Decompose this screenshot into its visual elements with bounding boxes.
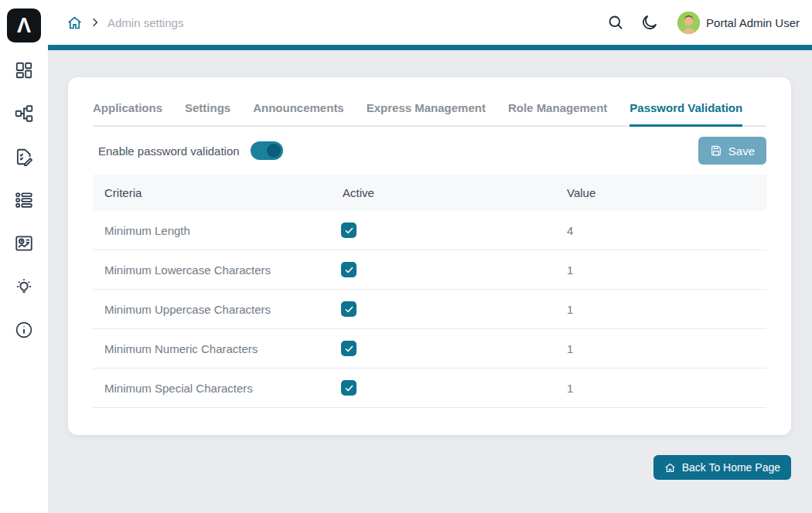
check-icon xyxy=(344,383,354,393)
active-checkbox[interactable] xyxy=(341,223,357,238)
table-row: Minimum Special Characters 1 xyxy=(93,369,766,408)
home-icon xyxy=(664,462,676,474)
top-header: Admin settings Portal xyxy=(48,0,812,45)
active-checkbox[interactable] xyxy=(341,341,357,356)
info-icon[interactable] xyxy=(14,320,34,340)
criteria-label: Minimum Uppercase Characters xyxy=(104,303,271,316)
save-button[interactable]: Save xyxy=(698,137,766,165)
value-text: 1 xyxy=(567,303,573,316)
app-logo[interactable]: Λ xyxy=(7,8,41,42)
table-body: Minimum Length 4 Minimum Lowercase Chara… xyxy=(93,211,766,408)
footer-actions: Back To Home Page xyxy=(48,455,791,480)
criteria-label: Minimum Lowercase Characters xyxy=(104,263,271,277)
chevron-right-icon xyxy=(90,17,101,28)
tab-role-management[interactable]: Role Management xyxy=(508,101,607,127)
value-text: 1 xyxy=(567,342,573,355)
sidebar: Λ xyxy=(0,0,48,513)
report-chart-icon[interactable] xyxy=(14,233,34,253)
check-icon xyxy=(344,226,354,236)
page-content: ApplicationsSettingsAnnouncementsExpress… xyxy=(48,50,812,513)
criteria-label: Minimum Numeric Characters xyxy=(104,342,258,355)
sidebar-nav xyxy=(14,60,34,340)
column-value: Value xyxy=(555,186,766,199)
search-icon[interactable] xyxy=(606,13,625,32)
main-area: Admin settings Portal xyxy=(48,0,812,513)
lightbulb-icon[interactable] xyxy=(14,277,34,297)
table-row: Minimum Lowercase Characters 1 xyxy=(93,250,766,290)
tab-password-validation[interactable]: Password Validation xyxy=(629,101,742,127)
check-icon xyxy=(344,265,354,275)
save-label: Save xyxy=(728,144,755,158)
breadcrumb: Admin settings xyxy=(67,15,183,31)
check-icon xyxy=(344,344,354,354)
floppy-disk-icon xyxy=(710,144,722,157)
breadcrumb-current: Admin settings xyxy=(107,16,183,29)
org-chart-icon[interactable] xyxy=(14,104,34,124)
header-actions: Portal Admin User xyxy=(606,12,800,34)
enable-validation-toggle[interactable] xyxy=(251,141,283,160)
active-checkbox[interactable] xyxy=(341,262,357,277)
settings-card: ApplicationsSettingsAnnouncementsExpress… xyxy=(68,77,791,435)
value-text: 1 xyxy=(567,263,573,277)
active-checkbox[interactable] xyxy=(341,380,357,396)
back-to-home-button[interactable]: Back To Home Page xyxy=(653,455,791,480)
active-checkbox[interactable] xyxy=(341,301,357,317)
dashboard-icon[interactable] xyxy=(14,60,34,80)
document-edit-icon[interactable] xyxy=(14,147,34,167)
criteria-table: Criteria Active Value Minimum Length 4 M… xyxy=(93,175,766,408)
check-icon xyxy=(344,304,354,314)
back-label: Back To Home Page xyxy=(682,461,780,474)
tab-announcements[interactable]: Announcements xyxy=(253,101,344,127)
column-criteria: Criteria xyxy=(93,186,331,199)
tabs: ApplicationsSettingsAnnouncementsExpress… xyxy=(93,77,766,127)
user-avatar[interactable] xyxy=(677,12,700,34)
value-text: 1 xyxy=(567,382,573,395)
toggle-knob xyxy=(267,144,281,158)
tab-express-management[interactable]: Express Management xyxy=(367,101,486,127)
criteria-label: Minimum Length xyxy=(104,224,190,237)
table-row: Minimum Length 4 xyxy=(93,211,766,250)
moon-icon[interactable] xyxy=(640,13,659,32)
list-icon[interactable] xyxy=(14,190,34,210)
table-row: Minimum Uppercase Characters 1 xyxy=(93,290,766,329)
user-name[interactable]: Portal Admin User xyxy=(706,16,800,29)
table-header: Criteria Active Value xyxy=(93,175,766,211)
app-logo-glyph: Λ xyxy=(17,14,31,38)
toggle-label: Enable password validation xyxy=(98,144,240,158)
accent-divider xyxy=(48,45,812,50)
tab-settings[interactable]: Settings xyxy=(185,101,230,127)
tab-applications[interactable]: Applications xyxy=(93,101,162,127)
column-active: Active xyxy=(331,186,555,199)
table-row: Minimum Numeric Characters 1 xyxy=(93,329,766,369)
criteria-label: Minimum Special Characters xyxy=(104,382,253,395)
value-text: 4 xyxy=(567,224,573,237)
home-icon[interactable] xyxy=(67,15,83,31)
password-toolbar: Enable password validation Save xyxy=(93,127,766,175)
